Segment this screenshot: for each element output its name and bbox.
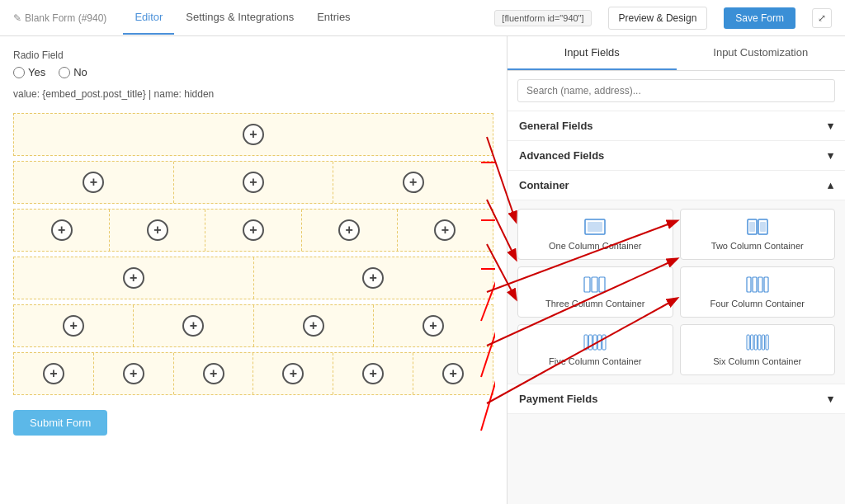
one-column-icon	[583, 218, 607, 236]
add-field-btn[interactable]: +	[182, 315, 204, 337]
hidden-field-value: value: {embed_post.post_title} | name: h…	[13, 88, 493, 100]
add-field-btn[interactable]: +	[243, 172, 264, 193]
add-field-btn[interactable]: +	[43, 363, 64, 384]
save-button[interactable]: Save Form	[724, 7, 795, 29]
cell-5col-5: +	[398, 210, 493, 251]
radio-no-input[interactable]	[59, 67, 70, 78]
preview-button[interactable]: Preview & Design	[608, 7, 708, 30]
container-row-6col: + + + + + +	[13, 352, 493, 395]
cell-4col-2: +	[134, 305, 253, 346]
svg-rect-26	[754, 335, 757, 350]
cell-3col-3: +	[333, 162, 493, 203]
two-column-container-item[interactable]: Two Column Container	[680, 209, 836, 260]
add-field-btn[interactable]: +	[123, 267, 144, 289]
svg-rect-27	[758, 335, 761, 350]
svg-rect-28	[762, 335, 764, 350]
section-payment-fields[interactable]: Payment Fields ▾	[507, 384, 845, 414]
section-advanced-fields[interactable]: Advanced Fields ▾	[507, 141, 845, 171]
radio-group: Yes No	[13, 66, 493, 78]
tab-input-fields[interactable]: Input Fields	[507, 36, 677, 70]
container-items-section: One Column Container Two Column Containe…	[507, 200, 845, 384]
add-field-btn[interactable]: +	[282, 363, 304, 384]
add-field-btn[interactable]: +	[338, 219, 360, 241]
section-general-fields[interactable]: General Fields ▾	[507, 111, 845, 141]
four-column-container-item[interactable]: Four Column Container	[680, 266, 836, 318]
cell-6col-3: +	[174, 353, 254, 394]
svg-rect-21	[593, 335, 597, 350]
container-row-3col: + + +	[13, 161, 493, 204]
radio-yes-option[interactable]: Yes	[13, 66, 45, 78]
svg-rect-12	[584, 277, 590, 292]
svg-rect-10	[749, 222, 755, 232]
chevron-down-icon: ▾	[828, 393, 833, 405]
add-field-btn[interactable]: +	[243, 219, 264, 241]
add-field-btn[interactable]: +	[243, 124, 264, 145]
cell-4col-3: +	[254, 305, 374, 346]
chevron-down-icon: ▾	[828, 120, 833, 132]
cell-4col-4: +	[374, 305, 493, 346]
svg-rect-11	[760, 222, 766, 232]
cell-3col-1: +	[14, 162, 174, 203]
add-field-btn[interactable]: +	[123, 363, 144, 384]
svg-rect-14	[599, 277, 605, 292]
svg-rect-15	[747, 277, 751, 292]
add-field-btn[interactable]: +	[51, 219, 73, 241]
one-column-container-item[interactable]: One Column Container	[517, 209, 673, 260]
one-column-label: One Column Container	[549, 241, 642, 251]
add-field-btn[interactable]: +	[83, 172, 104, 193]
radio-yes-label: Yes	[28, 66, 45, 78]
three-column-container-item[interactable]: Three Column Container	[517, 266, 673, 318]
cell-6col-6: +	[413, 353, 493, 394]
tab-entries[interactable]: Entries	[305, 1, 361, 35]
cell-6col-1: +	[14, 353, 94, 394]
svg-rect-25	[750, 335, 753, 350]
svg-rect-23	[602, 335, 606, 350]
radio-no-option[interactable]: No	[59, 66, 87, 78]
radio-field-label: Radio Field	[13, 49, 493, 61]
two-column-label: Two Column Container	[711, 241, 804, 251]
top-navigation: ✎ Blank Form (#940) Editor Settings & In…	[0, 0, 845, 36]
add-field-btn[interactable]: +	[434, 219, 456, 241]
main-layout: Radio Field Yes No value: {embed_post.po…	[0, 36, 845, 504]
cell-6col-2: +	[94, 353, 174, 394]
fullscreen-button[interactable]: ⤢	[812, 8, 832, 28]
five-column-label: Five Column Container	[549, 356, 642, 366]
payment-fields-label: Payment Fields	[519, 393, 597, 405]
add-field-btn[interactable]: +	[147, 219, 168, 241]
add-field-btn[interactable]: +	[303, 315, 324, 337]
radio-yes-input[interactable]	[13, 67, 25, 78]
container-row-5col: + + + + +	[13, 209, 493, 252]
add-field-btn[interactable]: +	[422, 315, 444, 337]
add-field-btn[interactable]: +	[362, 363, 384, 384]
svg-rect-7	[588, 222, 602, 232]
add-field-btn[interactable]: +	[63, 315, 84, 337]
cell-5col-4: +	[302, 210, 398, 251]
cell-5col-2: +	[110, 210, 205, 251]
cell-2col-2: +	[254, 257, 493, 299]
six-column-icon	[746, 333, 769, 351]
tab-settings[interactable]: Settings & Integrations	[174, 1, 305, 35]
svg-rect-20	[589, 335, 592, 350]
cell-6col-5: +	[333, 353, 413, 394]
section-container[interactable]: Container ▴	[507, 171, 845, 200]
search-input[interactable]	[517, 79, 835, 102]
six-column-container-item[interactable]: Six Column Container	[680, 324, 836, 375]
add-field-btn[interactable]: +	[203, 363, 224, 384]
five-column-container-item[interactable]: Five Column Container	[517, 324, 673, 375]
cell-5col-1: +	[14, 210, 110, 251]
add-field-btn[interactable]: +	[403, 172, 424, 193]
three-column-icon	[583, 276, 607, 294]
radio-no-label: No	[73, 66, 87, 78]
tab-editor[interactable]: Editor	[123, 1, 174, 35]
two-column-icon	[746, 218, 769, 236]
panel-tabs: Input Fields Input Customization	[507, 36, 845, 71]
add-field-btn[interactable]: +	[362, 267, 384, 289]
cell-2col-1: +	[14, 257, 254, 299]
four-column-icon	[746, 276, 769, 294]
add-field-btn[interactable]: +	[442, 363, 464, 384]
brand-name: Blank Form (#940)	[25, 12, 106, 24]
submit-form-button[interactable]: Submit Form	[13, 410, 107, 436]
right-panel: Input Fields Input Customization General…	[507, 36, 845, 504]
four-column-label: Four Column Container	[710, 299, 805, 309]
tab-input-customization[interactable]: Input Customization	[677, 36, 846, 70]
